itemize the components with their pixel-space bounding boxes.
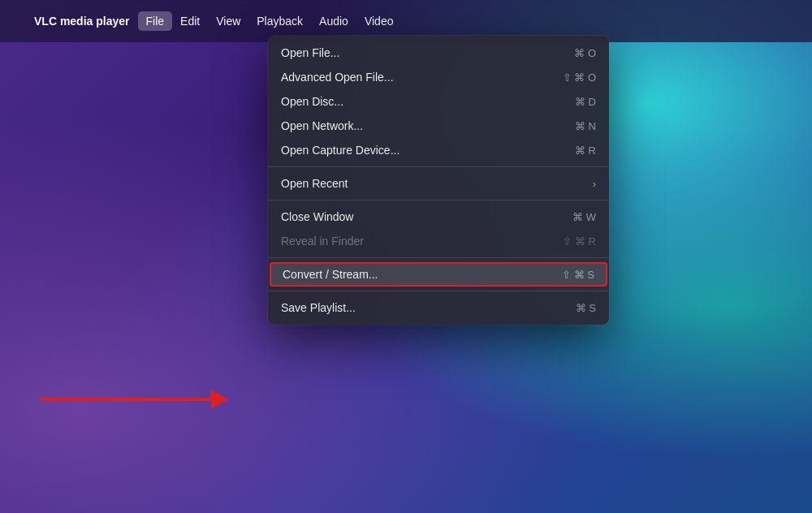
- menubar-audio[interactable]: Audio: [311, 11, 356, 31]
- menu-item-open-capture-device[interactable]: Open Capture Device... ⌘ R: [268, 138, 609, 162]
- separator-4: [268, 291, 609, 291]
- menu-item-reveal-in-finder: Reveal in Finder ⇧ ⌘ R: [268, 229, 609, 253]
- menu-item-convert-stream[interactable]: Convert / Stream... ⇧ ⌘ S: [270, 262, 607, 287]
- separator-1: [268, 166, 609, 167]
- menu-item-open-disc[interactable]: Open Disc... ⌘ D: [268, 89, 609, 114]
- menubar-playback[interactable]: Playback: [248, 11, 311, 31]
- menu-item-open-network[interactable]: Open Network... ⌘ N: [268, 114, 609, 138]
- menu-item-save-playlist[interactable]: Save Playlist... ⌘ S: [268, 295, 609, 320]
- menu-item-open-recent[interactable]: Open Recent ›: [268, 171, 609, 196]
- menubar-view[interactable]: View: [208, 11, 248, 31]
- apple-menu-icon[interactable]: [13, 18, 26, 24]
- menubar-video[interactable]: Video: [356, 11, 402, 31]
- menubar-edit[interactable]: Edit: [172, 11, 208, 31]
- menu-item-open-file[interactable]: Open File... ⌘ O: [268, 41, 609, 65]
- menu-item-close-window[interactable]: Close Window ⌘ W: [268, 205, 609, 229]
- file-dropdown-menu: Open File... ⌘ O Advanced Open File... ⇧…: [268, 36, 609, 325]
- separator-3: [268, 257, 609, 258]
- separator-2: [268, 200, 609, 200]
- menubar-file[interactable]: File: [138, 11, 173, 31]
- app-name[interactable]: VLC media player: [26, 11, 138, 31]
- submenu-arrow-icon: ›: [593, 178, 596, 190]
- menu-item-advanced-open-file[interactable]: Advanced Open File... ⇧ ⌘ O: [268, 65, 609, 89]
